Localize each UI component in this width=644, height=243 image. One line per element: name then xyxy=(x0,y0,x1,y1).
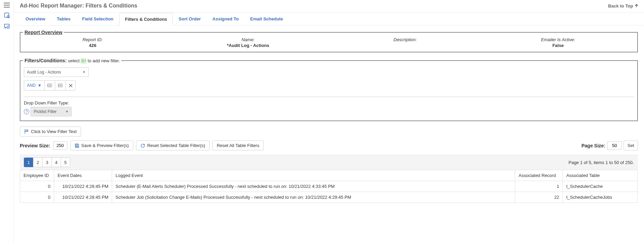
page-5[interactable]: 5 xyxy=(61,158,70,167)
overview-description-label: Description: xyxy=(394,37,417,42)
filters-legend-suffix2: to add new filter. xyxy=(88,58,120,63)
overview-name: Name: *Audit Log - Actions xyxy=(227,37,269,48)
page-1[interactable]: 1 xyxy=(24,158,33,167)
page-size-label: Page Size: xyxy=(581,143,605,148)
preview-toolbar: Preview Size: Save & Preview Filter(s) R… xyxy=(20,141,638,150)
filter-source-dropdown[interactable]: Audit Log - Actions ▼ xyxy=(24,67,89,77)
reset-selected-label: Reset Selected Table Filter(s) xyxy=(147,143,205,148)
outdent-filter-button[interactable] xyxy=(55,81,66,90)
results-area: 1 2 3 4 5 Page 1 of 5, items 1 to 50 of … xyxy=(20,155,638,203)
left-nav-rail: + xyxy=(0,0,14,243)
page-3[interactable]: 3 xyxy=(42,158,52,167)
add-filter-icon[interactable]: + xyxy=(81,59,86,63)
svg-line-2 xyxy=(9,17,10,18)
tab-email-schedule[interactable]: Email Schedule xyxy=(244,13,289,25)
save-preview-label: Save & Preview Filter(s) xyxy=(81,143,129,148)
results-table: Employee ID Event Dates Logged Event Ass… xyxy=(20,170,638,203)
page-size-input[interactable] xyxy=(607,141,622,150)
ddft-value: Picklist Filter xyxy=(34,109,57,114)
filter-operator-group: AND ▼ xyxy=(24,80,76,91)
col-employee-id[interactable]: Employee ID xyxy=(20,170,54,181)
table-header-row: Employee ID Event Dates Logged Event Ass… xyxy=(20,170,638,181)
tab-assigned-to[interactable]: Assigned To xyxy=(206,13,244,25)
svg-text:+: + xyxy=(7,26,9,28)
menu-toggle-icon[interactable] xyxy=(4,3,10,7)
chevron-down-icon: ▼ xyxy=(37,83,42,88)
tab-field-selection[interactable]: Field Selection xyxy=(76,13,119,25)
save-preview-button[interactable]: Save & Preview Filter(s) xyxy=(70,141,133,150)
col-associated-record[interactable]: Associated Record xyxy=(515,170,563,181)
tab-tables[interactable]: Tables xyxy=(51,13,76,25)
tab-sort-order[interactable]: Sort Order xyxy=(173,13,206,25)
view-filter-text-button[interactable]: Click to View Filter Text xyxy=(20,127,81,136)
help-icon[interactable]: ? xyxy=(24,109,29,114)
indent-filter-button[interactable] xyxy=(45,81,55,90)
overview-report-id: Report ID: 426 xyxy=(82,37,103,48)
flag-icon xyxy=(24,129,29,134)
overview-report-id-value: 426 xyxy=(82,43,103,48)
rail-chat-icon[interactable]: + xyxy=(4,23,10,29)
save-icon xyxy=(75,143,79,148)
cell-emp: 0 xyxy=(20,192,54,203)
page-title: Ad-Hoc Report Manager: Filters & Conditi… xyxy=(20,3,137,9)
pager: 1 2 3 4 5 xyxy=(24,158,70,167)
refresh-icon xyxy=(140,143,145,148)
set-page-size-button[interactable]: Set xyxy=(624,141,638,150)
page-2[interactable]: 2 xyxy=(33,158,43,167)
pager-info: Page 1 of 5, items 1 to 50 of 250. xyxy=(568,160,634,165)
reset-all-label: Reset All Table Filters xyxy=(217,143,259,148)
cell-event: Scheduler (E-Mail Alerts Scheduler) Proc… xyxy=(112,181,515,192)
cell-rec: 22 xyxy=(515,192,563,203)
filters-legend-prefix: Filters/Conditions: xyxy=(25,58,67,63)
col-associated-table[interactable]: Associated Table xyxy=(563,170,638,181)
tab-filters-conditions[interactable]: Filters & Conditions xyxy=(119,13,173,26)
preview-size-label: Preview Size: xyxy=(20,143,50,148)
table-row: 0 10/21/2022 4:28:45 PM Scheduler (E-Mai… xyxy=(20,181,638,192)
cell-date: 10/21/2022 4:28:45 PM xyxy=(54,192,112,203)
cell-emp: 0 xyxy=(20,181,54,192)
report-overview-fieldset: Report Overview Report ID: 426 Name: *Au… xyxy=(20,30,638,52)
overview-name-value: *Audit Log - Actions xyxy=(227,43,269,48)
page-4[interactable]: 4 xyxy=(51,158,61,167)
overview-report-id-label: Report ID: xyxy=(82,37,103,42)
reset-selected-button[interactable]: Reset Selected Table Filter(s) xyxy=(136,141,210,150)
arrow-up-icon xyxy=(634,4,639,8)
ddft-dropdown[interactable]: Picklist Filter ▼ xyxy=(31,107,72,116)
overview-emailer-label: Emailer Is Active: xyxy=(541,37,575,42)
operator-dropdown[interactable]: AND ▼ xyxy=(24,81,45,90)
cell-rec: 1 xyxy=(515,181,563,192)
filter-source-value: Audit Log - Actions xyxy=(27,70,61,75)
overview-description-value xyxy=(394,43,417,48)
operator-value: AND xyxy=(27,83,35,88)
col-event-dates[interactable]: Event Dates xyxy=(54,170,112,181)
topbar: Ad-Hoc Report Manager: Filters & Conditi… xyxy=(14,0,644,13)
divider xyxy=(24,97,634,97)
remove-filter-button[interactable] xyxy=(66,81,75,90)
filters-conditions-fieldset: Filters/Conditions: select + to add new … xyxy=(20,58,638,121)
overview-description: Description: xyxy=(394,37,417,48)
rail-reports-icon[interactable] xyxy=(4,12,10,18)
overview-emailer-value: False xyxy=(541,43,575,48)
col-logged-event[interactable]: Logged Event xyxy=(112,170,515,181)
reset-all-button[interactable]: Reset All Table Filters xyxy=(212,141,264,150)
back-to-top-button[interactable]: Back to Top xyxy=(608,3,639,9)
overview-name-label: Name: xyxy=(227,37,269,42)
filters-legend: Filters/Conditions: select + to add new … xyxy=(23,58,121,63)
tab-bar: Overview Tables Field Selection Filters … xyxy=(14,13,644,26)
cell-tbl: t_SchedulerCacheJobs xyxy=(563,192,638,203)
cell-date: 10/21/2022 4:28:45 PM xyxy=(54,181,112,192)
svg-rect-0 xyxy=(4,13,9,17)
chevron-down-icon: ▼ xyxy=(82,70,86,74)
report-overview-legend: Report Overview xyxy=(23,30,64,35)
overview-emailer-active: Emailer Is Active: False xyxy=(541,37,575,48)
tab-overview[interactable]: Overview xyxy=(20,13,51,25)
preview-size-input[interactable] xyxy=(53,141,67,150)
set-label: Set xyxy=(627,143,634,148)
view-filter-text-label: Click to View Filter Text xyxy=(31,129,77,134)
svg-text:+: + xyxy=(85,59,86,62)
chevron-down-icon: ▼ xyxy=(65,110,68,113)
ddft-label: Drop Down Filter Type: xyxy=(24,100,634,106)
filters-legend-select: select xyxy=(68,58,80,63)
cell-event: Scheduler Job (Solicitation Change E-Mai… xyxy=(112,192,515,203)
cell-tbl: t_SchedulerCache xyxy=(563,181,638,192)
